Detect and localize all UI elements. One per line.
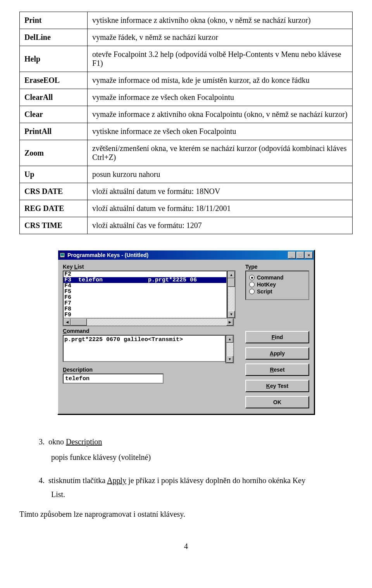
scroll-up-icon[interactable]: ▲ (226, 336, 233, 343)
command-textarea[interactable]: p.prgt*2225 0670 galileo<Transmit> (63, 335, 226, 362)
key-test-button[interactable]: Key Test (245, 380, 309, 392)
list-item[interactable]: F6 (64, 295, 226, 300)
instructions-block: 3. okno Description popis funkce klávesy… (39, 434, 353, 501)
command-description: vloží aktuální datum ve formátu: 18NOV (88, 183, 353, 200)
programmable-keys-dialog: Programmable Keys - (Untitled) _ □ × Key… (57, 250, 315, 415)
list-item[interactable]: F3 telefon p.prgt*2225 06 (64, 277, 226, 283)
command-description: vloží aktuální datum ve formátu: 18/11/2… (88, 200, 353, 217)
list-item[interactable]: F2 (64, 271, 226, 277)
list-item[interactable]: F8 (64, 306, 226, 312)
command-name: Up (20, 166, 88, 183)
list-number: 4. (39, 476, 45, 485)
scroll-thumb[interactable] (228, 278, 235, 287)
radio-option[interactable]: Script (249, 288, 305, 295)
type-group: CommandHotKeyScript (245, 271, 309, 300)
command-name: ClearAll (20, 89, 88, 106)
scroll-up-icon[interactable]: ▲ (228, 271, 235, 278)
table-row: CRS TIMEvloží aktuální čas ve formátu: 1… (20, 217, 353, 234)
command-name: CRS DATE (20, 183, 88, 200)
dialog-screenshot: Programmable Keys - (Untitled) _ □ × Key… (19, 250, 353, 415)
apply-button[interactable]: Apply (245, 347, 309, 360)
command-name: Help (20, 46, 88, 72)
list-item[interactable]: F9 (64, 312, 226, 318)
list-number: 3. (39, 437, 45, 446)
list-item[interactable]: F7 (64, 300, 226, 306)
command-name: Clear (20, 106, 88, 123)
command-name: CRS TIME (20, 217, 88, 234)
horizontal-scrollbar[interactable]: ◀ ▶ (63, 318, 234, 326)
table-row: Helpotevře Focalpoint 3.2 help (odpovídá… (20, 46, 353, 72)
radio-icon (249, 282, 255, 287)
command-description: vymaže informace ze všech oken Focalpoin… (88, 89, 353, 106)
command-description: otevře Focalpoint 3.2 help (odpovídá vol… (88, 46, 353, 72)
table-row: EraseEOLvymaže informace od místa, kde j… (20, 72, 353, 89)
command-description: vytiskne informace z aktivního okna (okn… (88, 12, 353, 29)
description-label: Description (63, 367, 238, 373)
command-name: DelLine (20, 29, 88, 46)
description-input[interactable]: telefon (63, 374, 164, 384)
title-bar: Programmable Keys - (Untitled) _ □ × (58, 250, 314, 260)
table-row: Clearvymaže informace z aktivního okna F… (20, 106, 353, 123)
svg-rect-1 (61, 254, 64, 256)
scroll-down-icon[interactable]: ▼ (226, 356, 233, 363)
final-sentence: Tímto způsobem lze naprogramovat i ostat… (19, 510, 353, 519)
scroll-down-icon[interactable]: ▼ (228, 311, 235, 318)
vertical-scrollbar[interactable]: ▲ ▼ (227, 271, 236, 319)
table-row: Printvytiskne informace z aktivního okna… (20, 12, 353, 29)
command-scrollbar[interactable]: ▲ ▼ (226, 335, 234, 363)
radio-label: Command (257, 274, 283, 281)
radio-option[interactable]: HotKey (249, 281, 305, 288)
dialog-title: Programmable Keys - (Untitled) (67, 252, 288, 258)
table-row: REG DATEvloží aktuální datum ve formátu:… (20, 200, 353, 217)
command-name: Print (20, 12, 88, 29)
command-name: EraseEOL (20, 72, 88, 89)
table-row: CRS DATEvloží aktuální datum ve formátu:… (20, 183, 353, 200)
command-name: Zoom (20, 140, 88, 166)
command-name: REG DATE (20, 200, 88, 217)
key-list-listbox[interactable]: F2F3 telefon p.prgt*2225 06F4F5F6F7F8F9 (63, 271, 227, 319)
radio-option[interactable]: Command (249, 274, 305, 281)
minimize-button[interactable]: _ (288, 252, 296, 259)
radio-label: Script (257, 288, 272, 295)
app-icon (59, 252, 65, 258)
list-item[interactable]: F5 (64, 289, 226, 295)
find-button[interactable]: Find (245, 331, 309, 343)
command-description: zvětšení/zmenšení okna, ve kterém se nac… (88, 140, 353, 166)
table-row: Zoomzvětšení/zmenšení okna, ve kterém se… (20, 140, 353, 166)
command-name: PrintAll (20, 123, 88, 140)
radio-label: HotKey (257, 281, 276, 288)
close-button[interactable]: × (305, 252, 313, 259)
reset-button[interactable]: Reset (245, 363, 309, 376)
scroll-right-icon[interactable]: ▶ (226, 319, 233, 326)
command-description: posun kurzoru nahoru (88, 166, 353, 183)
scroll-left-icon[interactable]: ◀ (64, 319, 71, 326)
command-label: Command (63, 328, 238, 334)
radio-icon (249, 289, 255, 294)
table-row: PrintAllvytiskne informace ze všech oken… (20, 123, 353, 140)
table-row: ClearAllvymaže informace ze všech oken F… (20, 89, 353, 106)
command-description: vloží aktuální čas ve formátu: 1207 (88, 217, 353, 234)
command-description: vymaže informace od místa, kde je umístě… (88, 72, 353, 89)
commands-table: Printvytiskne informace z aktivního okna… (19, 12, 353, 234)
command-description: vytiskne informace ze všech oken Focalpo… (88, 123, 353, 140)
table-row: Upposun kurzoru nahoru (20, 166, 353, 183)
command-description: vymaže informace z aktivního okna Focalp… (88, 106, 353, 123)
scroll-thumb-h[interactable] (71, 319, 87, 326)
table-row: DelLinevymaže řádek, v němž se nachází k… (20, 29, 353, 46)
list-item[interactable]: F4 (64, 283, 226, 289)
type-label: Type (245, 264, 309, 270)
key-list-label: Key List (63, 264, 238, 270)
maximize-button[interactable]: □ (296, 252, 304, 259)
page-number: 4 (19, 542, 353, 551)
command-description: vymaže řádek, v němž se nachází kurzor (88, 29, 353, 46)
radio-icon (249, 275, 255, 280)
ok-button[interactable]: OK (245, 396, 309, 408)
